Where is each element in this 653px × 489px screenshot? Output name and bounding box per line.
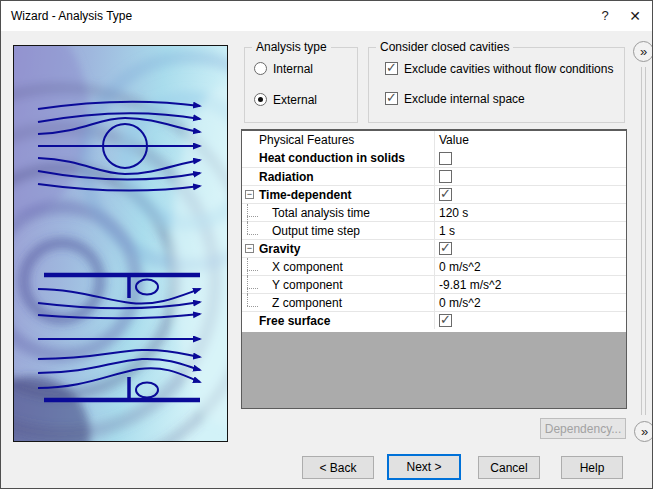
- closed-cavities-group-label: Consider closed cavities: [376, 40, 513, 54]
- tree-connector: [247, 258, 248, 276]
- next-button[interactable]: Next >: [387, 454, 461, 480]
- help-icon[interactable]: ?: [590, 1, 620, 31]
- check-icon: ✓: [440, 186, 451, 202]
- value-cell: 1 s: [435, 222, 626, 239]
- table-row[interactable]: Output time step1 s: [242, 221, 626, 239]
- feature-cell: X component: [242, 258, 435, 275]
- feature-value: 120 s: [439, 206, 468, 220]
- panel-splitter: [641, 67, 646, 415]
- table-header-row: Physical Features Value: [242, 131, 626, 149]
- collapse-icon[interactable]: −: [245, 190, 254, 199]
- feature-label: Time-dependent: [259, 188, 351, 202]
- feature-label: Free surface: [259, 314, 330, 328]
- tree-connector: [247, 222, 248, 234]
- feature-cell: Y component: [242, 276, 435, 293]
- radio-option-internal[interactable]: Internal: [254, 61, 313, 76]
- tree-connector: [247, 270, 258, 271]
- closed-cavities-group: Consider closed cavities ✓Exclude caviti…: [368, 47, 625, 123]
- feature-value: 1 s: [439, 224, 455, 238]
- cavity-checkbox[interactable]: ✓: [385, 62, 398, 75]
- feature-cell: Output time step: [242, 222, 435, 239]
- table-row[interactable]: Radiation: [242, 167, 626, 185]
- flow-preview-image: [13, 45, 228, 442]
- feature-checkbox[interactable]: ✓: [439, 188, 452, 201]
- table-row[interactable]: Z component0 m/s^2: [242, 293, 626, 311]
- close-icon[interactable]: ✕: [620, 1, 650, 31]
- value-cell: ✓: [435, 312, 626, 329]
- feature-checkbox[interactable]: [439, 152, 452, 165]
- window-title: Wizard - Analysis Type: [11, 9, 132, 23]
- cavity-checkbox[interactable]: ✓: [385, 92, 398, 105]
- value-cell: [435, 149, 626, 167]
- radio-external[interactable]: [254, 93, 267, 106]
- cavity-option[interactable]: ✓Exclude internal space: [385, 91, 525, 106]
- tree-connector: [247, 288, 258, 289]
- feature-value: -9.81 m/s^2: [439, 278, 501, 292]
- collapse-icon[interactable]: −: [245, 244, 254, 253]
- cavity-option[interactable]: ✓Exclude cavities without flow condition…: [385, 61, 613, 76]
- dependency-button[interactable]: Dependency...: [540, 418, 626, 439]
- title-bar: Wizard - Analysis Type ? ✕: [1, 1, 652, 31]
- expand-panel-button-bottom[interactable]: »: [634, 421, 653, 442]
- feature-cell: Total analysis time: [242, 204, 435, 221]
- table-row[interactable]: X component0 m/s^2: [242, 257, 626, 275]
- value-column-header: Value: [435, 131, 626, 149]
- check-icon: ✓: [440, 240, 451, 256]
- feature-checkbox[interactable]: ✓: [439, 242, 452, 255]
- table-row[interactable]: Y component-9.81 m/s^2: [242, 275, 626, 293]
- feature-value: 0 m/s^2: [439, 296, 481, 310]
- cavity-checkbox-label: Exclude cavities without flow conditions: [404, 62, 613, 76]
- check-icon: ✓: [386, 90, 397, 106]
- feature-cell: −Gravity: [242, 240, 435, 257]
- feature-label: X component: [272, 260, 343, 274]
- feature-label: Y component: [272, 278, 343, 292]
- table-row[interactable]: Free surface✓: [242, 311, 626, 329]
- physical-features-table: Physical Features Value Heat conduction …: [241, 129, 627, 409]
- analysis-type-group-label: Analysis type: [252, 40, 331, 54]
- value-cell: -9.81 m/s^2: [435, 276, 626, 293]
- table-row[interactable]: −Gravity✓: [242, 239, 626, 257]
- expand-panel-button-top[interactable]: »: [633, 41, 653, 62]
- feature-cell: −Time-dependent: [242, 186, 435, 203]
- tree-connector: [247, 204, 248, 222]
- flow-preview-svg: [14, 46, 227, 441]
- feature-column-header: Physical Features: [242, 131, 435, 149]
- value-cell: 0 m/s^2: [435, 294, 626, 311]
- value-cell: ✓: [435, 186, 626, 203]
- wizard-dialog: Wizard - Analysis Type ? ✕: [0, 0, 653, 489]
- feature-value: 0 m/s^2: [439, 260, 481, 274]
- value-cell: 0 m/s^2: [435, 258, 626, 275]
- radio-internal[interactable]: [254, 62, 267, 75]
- feature-checkbox[interactable]: [439, 170, 452, 183]
- value-cell: [435, 168, 626, 185]
- tree-connector: [247, 216, 258, 217]
- radio-label: Internal: [273, 62, 313, 76]
- cavity-checkbox-label: Exclude internal space: [404, 92, 525, 106]
- value-cell: ✓: [435, 240, 626, 257]
- tree-connector: [247, 294, 248, 306]
- cancel-button[interactable]: Cancel: [478, 456, 540, 479]
- table-row[interactable]: Total analysis time120 s: [242, 203, 626, 221]
- feature-cell: Free surface: [242, 312, 435, 329]
- feature-cell: Z component: [242, 294, 435, 311]
- back-button[interactable]: < Back: [302, 456, 374, 479]
- table-row[interactable]: Heat conduction in solids: [242, 149, 626, 167]
- table-row[interactable]: −Time-dependent✓: [242, 185, 626, 203]
- feature-label: Radiation: [259, 170, 314, 184]
- tree-connector: [247, 306, 258, 307]
- feature-cell: Radiation: [242, 168, 435, 185]
- help-button[interactable]: Help: [561, 456, 623, 479]
- value-cell: 120 s: [435, 204, 626, 221]
- analysis-type-group: Analysis type InternalExternal: [244, 47, 358, 123]
- feature-checkbox[interactable]: ✓: [439, 314, 452, 327]
- check-icon: ✓: [386, 60, 397, 76]
- feature-label: Output time step: [272, 224, 360, 238]
- tree-connector: [247, 276, 248, 294]
- feature-label: Total analysis time: [272, 206, 370, 220]
- feature-label: Heat conduction in solids: [259, 151, 405, 165]
- table-empty-area: [242, 332, 626, 408]
- feature-label: Gravity: [259, 242, 300, 256]
- radio-option-external[interactable]: External: [254, 92, 317, 107]
- feature-cell: Heat conduction in solids: [242, 149, 435, 167]
- tree-connector: [247, 234, 258, 235]
